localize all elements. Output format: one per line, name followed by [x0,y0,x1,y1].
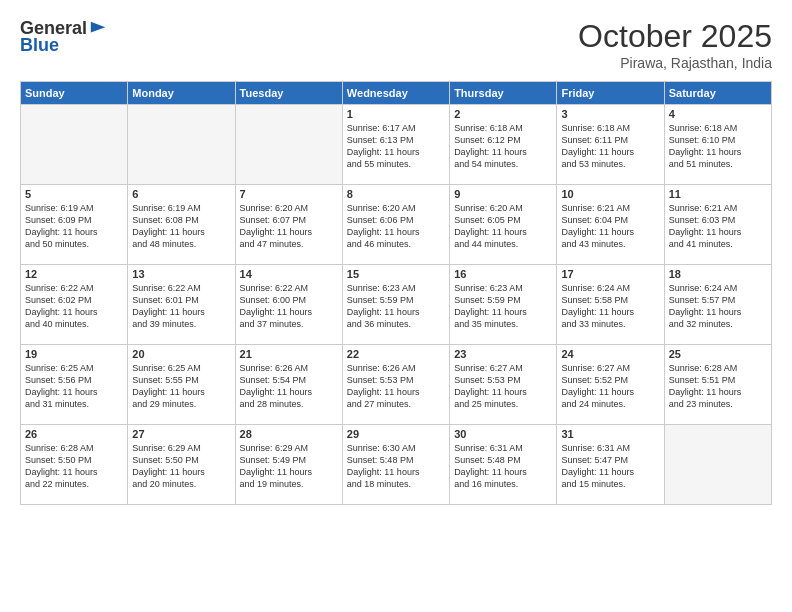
day-number: 12 [25,268,123,280]
day-number: 31 [561,428,659,440]
day-number: 19 [25,348,123,360]
day-info: Sunrise: 6:30 AM Sunset: 5:48 PM Dayligh… [347,442,445,491]
day-number: 25 [669,348,767,360]
day-number: 15 [347,268,445,280]
day-info: Sunrise: 6:24 AM Sunset: 5:57 PM Dayligh… [669,282,767,331]
calendar-cell: 22Sunrise: 6:26 AM Sunset: 5:53 PM Dayli… [342,345,449,425]
calendar-cell: 16Sunrise: 6:23 AM Sunset: 5:59 PM Dayli… [450,265,557,345]
day-info: Sunrise: 6:23 AM Sunset: 5:59 PM Dayligh… [454,282,552,331]
day-number: 29 [347,428,445,440]
day-number: 2 [454,108,552,120]
calendar-cell: 9Sunrise: 6:20 AM Sunset: 6:05 PM Daylig… [450,185,557,265]
calendar-cell: 28Sunrise: 6:29 AM Sunset: 5:49 PM Dayli… [235,425,342,505]
week-row-5: 26Sunrise: 6:28 AM Sunset: 5:50 PM Dayli… [21,425,772,505]
calendar-cell: 23Sunrise: 6:27 AM Sunset: 5:53 PM Dayli… [450,345,557,425]
day-info: Sunrise: 6:22 AM Sunset: 6:01 PM Dayligh… [132,282,230,331]
day-info: Sunrise: 6:31 AM Sunset: 5:47 PM Dayligh… [561,442,659,491]
day-info: Sunrise: 6:19 AM Sunset: 6:09 PM Dayligh… [25,202,123,251]
day-info: Sunrise: 6:20 AM Sunset: 6:05 PM Dayligh… [454,202,552,251]
day-info: Sunrise: 6:26 AM Sunset: 5:54 PM Dayligh… [240,362,338,411]
day-number: 14 [240,268,338,280]
weekday-header-row: SundayMondayTuesdayWednesdayThursdayFrid… [21,82,772,105]
calendar-cell: 7Sunrise: 6:20 AM Sunset: 6:07 PM Daylig… [235,185,342,265]
calendar-cell: 31Sunrise: 6:31 AM Sunset: 5:47 PM Dayli… [557,425,664,505]
weekday-header-monday: Monday [128,82,235,105]
day-info: Sunrise: 6:29 AM Sunset: 5:50 PM Dayligh… [132,442,230,491]
calendar-cell: 1Sunrise: 6:17 AM Sunset: 6:13 PM Daylig… [342,105,449,185]
day-info: Sunrise: 6:18 AM Sunset: 6:10 PM Dayligh… [669,122,767,171]
page-header: General Blue October 2025 Pirawa, Rajast… [20,18,772,71]
weekday-header-saturday: Saturday [664,82,771,105]
week-row-3: 12Sunrise: 6:22 AM Sunset: 6:02 PM Dayli… [21,265,772,345]
calendar-cell: 14Sunrise: 6:22 AM Sunset: 6:00 PM Dayli… [235,265,342,345]
day-number: 3 [561,108,659,120]
day-info: Sunrise: 6:19 AM Sunset: 6:08 PM Dayligh… [132,202,230,251]
day-info: Sunrise: 6:31 AM Sunset: 5:48 PM Dayligh… [454,442,552,491]
day-info: Sunrise: 6:25 AM Sunset: 5:56 PM Dayligh… [25,362,123,411]
day-number: 23 [454,348,552,360]
day-number: 11 [669,188,767,200]
calendar-cell: 21Sunrise: 6:26 AM Sunset: 5:54 PM Dayli… [235,345,342,425]
weekday-header-thursday: Thursday [450,82,557,105]
day-info: Sunrise: 6:25 AM Sunset: 5:55 PM Dayligh… [132,362,230,411]
calendar-cell: 17Sunrise: 6:24 AM Sunset: 5:58 PM Dayli… [557,265,664,345]
calendar-cell: 25Sunrise: 6:28 AM Sunset: 5:51 PM Dayli… [664,345,771,425]
day-number: 17 [561,268,659,280]
calendar-cell: 19Sunrise: 6:25 AM Sunset: 5:56 PM Dayli… [21,345,128,425]
day-info: Sunrise: 6:28 AM Sunset: 5:51 PM Dayligh… [669,362,767,411]
calendar-cell [21,105,128,185]
day-number: 26 [25,428,123,440]
title-block: October 2025 Pirawa, Rajasthan, India [578,18,772,71]
day-number: 9 [454,188,552,200]
day-info: Sunrise: 6:26 AM Sunset: 5:53 PM Dayligh… [347,362,445,411]
day-number: 18 [669,268,767,280]
day-info: Sunrise: 6:17 AM Sunset: 6:13 PM Dayligh… [347,122,445,171]
day-info: Sunrise: 6:23 AM Sunset: 5:59 PM Dayligh… [347,282,445,331]
calendar-cell: 4Sunrise: 6:18 AM Sunset: 6:10 PM Daylig… [664,105,771,185]
calendar-cell: 24Sunrise: 6:27 AM Sunset: 5:52 PM Dayli… [557,345,664,425]
month-title: October 2025 [578,18,772,55]
week-row-2: 5Sunrise: 6:19 AM Sunset: 6:09 PM Daylig… [21,185,772,265]
calendar-cell: 10Sunrise: 6:21 AM Sunset: 6:04 PM Dayli… [557,185,664,265]
calendar-cell: 20Sunrise: 6:25 AM Sunset: 5:55 PM Dayli… [128,345,235,425]
day-info: Sunrise: 6:27 AM Sunset: 5:53 PM Dayligh… [454,362,552,411]
weekday-header-friday: Friday [557,82,664,105]
day-number: 16 [454,268,552,280]
calendar-cell: 6Sunrise: 6:19 AM Sunset: 6:08 PM Daylig… [128,185,235,265]
day-number: 30 [454,428,552,440]
day-info: Sunrise: 6:29 AM Sunset: 5:49 PM Dayligh… [240,442,338,491]
day-info: Sunrise: 6:18 AM Sunset: 6:11 PM Dayligh… [561,122,659,171]
weekday-header-wednesday: Wednesday [342,82,449,105]
day-info: Sunrise: 6:18 AM Sunset: 6:12 PM Dayligh… [454,122,552,171]
calendar-cell: 18Sunrise: 6:24 AM Sunset: 5:57 PM Dayli… [664,265,771,345]
calendar-cell: 12Sunrise: 6:22 AM Sunset: 6:02 PM Dayli… [21,265,128,345]
weekday-header-tuesday: Tuesday [235,82,342,105]
day-info: Sunrise: 6:21 AM Sunset: 6:03 PM Dayligh… [669,202,767,251]
calendar-cell: 3Sunrise: 6:18 AM Sunset: 6:11 PM Daylig… [557,105,664,185]
day-number: 28 [240,428,338,440]
calendar-cell [128,105,235,185]
day-number: 7 [240,188,338,200]
location: Pirawa, Rajasthan, India [578,55,772,71]
day-number: 4 [669,108,767,120]
day-info: Sunrise: 6:28 AM Sunset: 5:50 PM Dayligh… [25,442,123,491]
calendar-cell: 26Sunrise: 6:28 AM Sunset: 5:50 PM Dayli… [21,425,128,505]
day-number: 8 [347,188,445,200]
day-number: 27 [132,428,230,440]
day-number: 1 [347,108,445,120]
calendar-cell: 30Sunrise: 6:31 AM Sunset: 5:48 PM Dayli… [450,425,557,505]
calendar-cell: 29Sunrise: 6:30 AM Sunset: 5:48 PM Dayli… [342,425,449,505]
day-number: 24 [561,348,659,360]
calendar-cell [664,425,771,505]
calendar-cell [235,105,342,185]
calendar-cell: 5Sunrise: 6:19 AM Sunset: 6:09 PM Daylig… [21,185,128,265]
day-info: Sunrise: 6:21 AM Sunset: 6:04 PM Dayligh… [561,202,659,251]
day-info: Sunrise: 6:22 AM Sunset: 6:00 PM Dayligh… [240,282,338,331]
day-number: 13 [132,268,230,280]
day-number: 6 [132,188,230,200]
calendar-table: SundayMondayTuesdayWednesdayThursdayFrid… [20,81,772,505]
weekday-header-sunday: Sunday [21,82,128,105]
day-number: 5 [25,188,123,200]
calendar-page: General Blue October 2025 Pirawa, Rajast… [0,0,792,612]
calendar-cell: 11Sunrise: 6:21 AM Sunset: 6:03 PM Dayli… [664,185,771,265]
